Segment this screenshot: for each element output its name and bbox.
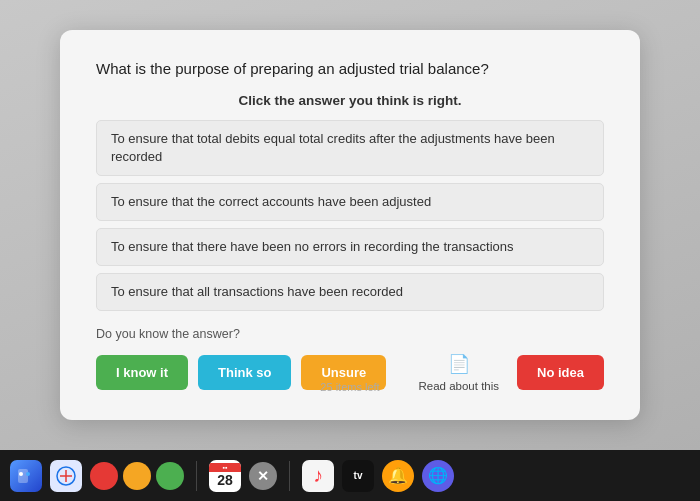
answer-option-3[interactable]: To ensure that there have been no errors… [96,228,604,266]
close-dock-button[interactable]: ✕ [249,462,277,490]
read-about-label: Read about this [418,380,499,392]
taskbar: ▪▪ 28 ✕ ♪ tv 🔔 🌐 [0,450,700,501]
safari-icon[interactable] [50,460,82,492]
do-you-know-label: Do you know the answer? [96,327,604,341]
music-icon[interactable]: ♪ [302,460,334,492]
question-text: What is the purpose of preparing an adju… [96,58,604,79]
calendar-day: 28 [217,472,233,489]
red-icon[interactable] [90,462,118,490]
taskbar-divider-1 [196,461,197,491]
document-icon: 📄 [448,353,470,375]
items-left-label: 25 items left [320,381,379,393]
noidea-button[interactable]: No idea [517,355,604,390]
globe-icon[interactable]: 🌐 [422,460,454,492]
notification-icon[interactable]: 🔔 [382,460,414,492]
iknow-button[interactable]: I know it [96,355,188,390]
thinkso-button[interactable]: Think so [198,355,291,390]
calendar-icon[interactable]: ▪▪ 28 [209,460,241,492]
answer-option-1[interactable]: To ensure that total debits equal total … [96,120,604,176]
answer-option-2[interactable]: To ensure that the correct accounts have… [96,183,604,221]
calendar-month: ▪▪ [209,463,241,472]
orange-icon[interactable] [123,462,151,490]
read-about-button[interactable]: 📄 Read about this [418,353,499,392]
dock-color-icons [90,462,184,490]
green-icon[interactable] [156,462,184,490]
finder-icon[interactable] [10,460,42,492]
svg-point-2 [26,472,30,476]
answer-option-4[interactable]: To ensure that all transactions have bee… [96,273,604,311]
svg-rect-0 [18,469,28,483]
svg-point-1 [19,472,23,476]
instruction-text: Click the answer you think is right. [96,93,604,108]
tv-icon[interactable]: tv [342,460,374,492]
quiz-card: What is the purpose of preparing an adju… [60,30,640,421]
right-group: 📄 Read about this No idea [418,353,604,392]
taskbar-divider-2 [289,461,290,491]
